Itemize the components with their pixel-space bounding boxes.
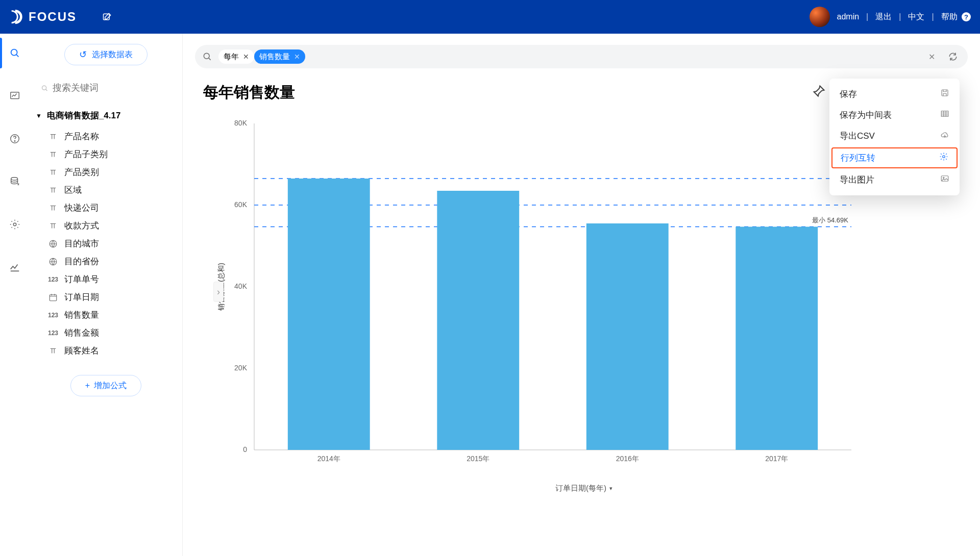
user-label[interactable]: admin	[837, 12, 860, 21]
y-tick: 80K	[234, 119, 248, 127]
menu-item-transpose[interactable]: 行列互转	[831, 147, 958, 168]
select-table-button[interactable]: ↺ 选择数据表	[64, 44, 148, 65]
field-type-icon	[48, 221, 58, 231]
brand-text: FOCUS	[29, 10, 77, 24]
field-item[interactable]: 目的城市	[30, 235, 182, 252]
bar[interactable]	[288, 179, 370, 450]
x-tick: 2016年	[616, 454, 639, 463]
x-tick: 2015年	[467, 454, 489, 463]
field-item[interactable]: 订单日期	[30, 288, 182, 306]
field-label: 区域	[64, 184, 82, 196]
query-bar[interactable]: 每年✕销售数量✕ ✕	[195, 45, 968, 68]
svg-rect-19	[942, 90, 948, 96]
dataset-header[interactable]: ▼ 电商销售数据_4.17	[30, 99, 182, 125]
rail-trend[interactable]	[0, 257, 30, 277]
menu-item-img[interactable]: 导出图片	[829, 169, 960, 190]
menu-item-save_mid[interactable]: 保存为中间表	[829, 105, 960, 125]
refresh-button[interactable]	[945, 52, 961, 62]
y-tick: 20K	[234, 364, 248, 372]
bar[interactable]	[437, 191, 519, 450]
field-item[interactable]: 123销售金额	[30, 324, 182, 342]
svg-point-4	[14, 141, 15, 141]
svg-point-23	[943, 177, 944, 178]
field-type-icon	[48, 203, 58, 213]
bar[interactable]	[736, 226, 818, 450]
y-tick: 0	[243, 445, 247, 453]
field-label: 产品类别	[64, 166, 99, 178]
bar[interactable]	[586, 223, 669, 450]
save-icon	[940, 88, 949, 100]
avatar[interactable]	[810, 7, 830, 27]
caret-down-icon: ▼	[36, 112, 42, 119]
gear-icon	[939, 152, 948, 164]
menu-item-save[interactable]: 保存	[829, 84, 960, 105]
add-formula-button[interactable]: + 增加公式	[70, 375, 141, 396]
help-icon: ?	[962, 12, 971, 21]
field-label: 产品子类别	[64, 148, 108, 160]
grid-icon	[940, 109, 949, 121]
y-tick: 60K	[234, 200, 248, 209]
cloud-icon	[940, 130, 949, 142]
field-type-icon	[48, 257, 58, 267]
field-item[interactable]: 快递公司	[30, 199, 182, 217]
field-type-icon	[48, 132, 58, 142]
field-item[interactable]: 区域	[30, 181, 182, 199]
field-item[interactable]: 顾客姓名	[30, 342, 182, 360]
search-icon	[41, 84, 48, 93]
topbar: FOCUS admin | 退出 | 中文 | 帮助 ?	[0, 0, 980, 34]
field-item[interactable]: 产品类别	[30, 163, 182, 181]
rail-settings[interactable]	[0, 214, 30, 235]
swap-icon: ↺	[79, 50, 87, 59]
expand-handle[interactable]: ›	[213, 282, 224, 302]
query-token[interactable]: 销售数量✕	[254, 49, 305, 64]
keyword-input[interactable]	[53, 83, 171, 93]
menu-item-csv[interactable]: 导出CSV	[829, 125, 960, 146]
field-label: 收款方式	[64, 220, 99, 232]
svg-rect-10	[50, 294, 57, 300]
field-type-icon	[48, 239, 58, 249]
field-list: 产品名称产品子类别产品类别区域快递公司收款方式目的城市目的省份123订单单号订单…	[30, 125, 182, 360]
svg-rect-20	[941, 111, 948, 117]
brand[interactable]: FOCUS	[9, 10, 77, 24]
topbar-right: admin | 退出 | 中文 | 帮助 ?	[810, 7, 971, 27]
field-type-icon	[48, 292, 58, 302]
query-token[interactable]: 每年✕	[218, 49, 254, 64]
field-item[interactable]: 123销售数量	[30, 306, 182, 324]
help-link[interactable]: 帮助 ?	[941, 12, 971, 22]
field-type-icon	[48, 185, 58, 195]
field-label: 销售金额	[64, 327, 99, 339]
x-tick: 2017年	[765, 454, 788, 463]
field-label: 订单日期	[64, 291, 99, 303]
logo-icon	[9, 10, 23, 24]
logout-link[interactable]: 退出	[875, 12, 892, 22]
field-item[interactable]: 产品名称	[30, 128, 182, 145]
image-icon	[940, 174, 949, 186]
rail-database[interactable]	[0, 171, 30, 192]
rail-chart[interactable]	[0, 86, 30, 106]
chevron-down-icon[interactable]: ▾	[609, 485, 612, 492]
side-panel: ↺ 选择数据表 ▼ 电商销售数据_4.17 产品名称产品子类别产品类别区域快递公…	[30, 34, 183, 556]
field-label: 目的省份	[64, 256, 99, 267]
field-label: 快递公司	[64, 202, 99, 214]
main: 每年✕销售数量✕ ✕ 每年销售数量 操作 ▾ › 020K40K60K8	[183, 34, 980, 556]
bar-chart[interactable]: 020K40K60K80K销售数量(总和)2014年2015年2016年2017…	[213, 113, 872, 481]
lang-link[interactable]: 中文	[908, 12, 924, 22]
x-axis-label[interactable]: 订单日期(每年)	[555, 484, 606, 493]
svg-point-7	[42, 86, 46, 90]
remove-token-icon[interactable]: ✕	[243, 53, 249, 61]
field-item[interactable]: 目的省份	[30, 252, 182, 270]
field-item[interactable]: 产品子类别	[30, 145, 182, 163]
field-type-icon: 123	[48, 310, 58, 320]
field-type-icon	[48, 149, 58, 160]
operations-menu: 保存保存为中间表导出CSV行列互转导出图片	[829, 79, 960, 195]
field-item[interactable]: 123订单单号	[30, 270, 182, 288]
min-callout: 最小 54.69K	[812, 216, 848, 224]
compose-icon[interactable]	[102, 12, 112, 22]
rail-help[interactable]	[0, 129, 30, 149]
clear-query-button[interactable]: ✕	[924, 52, 939, 62]
field-label: 销售数量	[64, 309, 99, 321]
field-item[interactable]: 收款方式	[30, 217, 182, 235]
pin-button[interactable]	[812, 84, 826, 100]
rail-search[interactable]	[0, 43, 30, 63]
remove-token-icon[interactable]: ✕	[294, 53, 300, 61]
